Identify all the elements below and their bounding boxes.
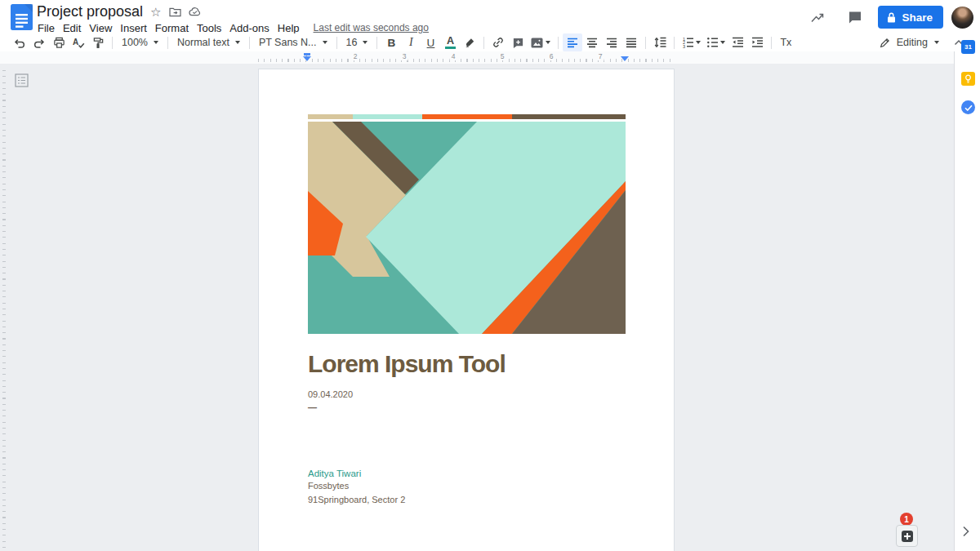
- chevron-down-icon: [934, 41, 939, 44]
- highlight-color-button[interactable]: [460, 33, 479, 51]
- cloud-status-icon[interactable]: [189, 7, 202, 16]
- document-page[interactable]: Lorem Ipsum Tool 09.04.2020 — Aditya Tiw…: [258, 69, 675, 551]
- text-color-button[interactable]: A: [440, 33, 460, 51]
- text-color-swatch: [445, 47, 456, 49]
- extension-button[interactable]: [896, 525, 918, 547]
- menu-view[interactable]: View: [85, 22, 116, 34]
- left-indent-marker[interactable]: [303, 56, 311, 61]
- horizontal-ruler[interactable]: 1 2 3 4 5 6 7: [0, 51, 954, 64]
- text-color-letter: A: [447, 36, 454, 47]
- svg-text:3: 3: [683, 44, 685, 48]
- first-line-indent-marker[interactable]: [304, 53, 310, 56]
- toolbar-divider: [249, 37, 250, 49]
- decrease-indent-button[interactable]: [728, 33, 747, 51]
- chevron-down-icon: [696, 41, 701, 44]
- bold-button[interactable]: B: [381, 33, 401, 51]
- toolbar-divider: [558, 37, 559, 49]
- pencil-icon: [880, 38, 890, 48]
- italic-button[interactable]: I: [401, 33, 421, 51]
- toolbar-divider: [483, 37, 484, 49]
- cover-image[interactable]: [308, 122, 626, 334]
- doc-author[interactable]: Aditya Tiwari: [308, 469, 361, 478]
- ruler-number: 7: [597, 52, 604, 60]
- side-panel: 31: [954, 51, 980, 551]
- show-side-panel-button[interactable]: [962, 526, 969, 540]
- insert-image-button[interactable]: [528, 33, 554, 51]
- toolbar-divider: [376, 37, 377, 49]
- toolbar-divider: [771, 37, 772, 49]
- activity-dashboard-icon[interactable]: [803, 7, 832, 28]
- font-dropdown[interactable]: PT Sans N...: [254, 33, 332, 51]
- doc-dash[interactable]: —: [308, 402, 317, 412]
- share-button[interactable]: Share: [878, 6, 943, 29]
- vertical-ruler[interactable]: [2, 70, 6, 551]
- spellcheck-button[interactable]: A: [69, 33, 88, 51]
- menu-format[interactable]: Format: [151, 22, 193, 34]
- font-size-value: 16: [346, 37, 358, 48]
- chevron-down-icon: [720, 41, 725, 44]
- toolbar-divider: [112, 37, 113, 49]
- underline-button[interactable]: U: [421, 33, 440, 51]
- notification-badge[interactable]: 1: [900, 513, 913, 526]
- toolbar-divider: [167, 37, 168, 49]
- add-comment-button[interactable]: [508, 33, 528, 51]
- redo-button[interactable]: [29, 33, 49, 51]
- menu-insert[interactable]: Insert: [116, 22, 151, 34]
- document-title[interactable]: Project proposal: [37, 3, 143, 20]
- menu-tools[interactable]: Tools: [193, 22, 225, 34]
- clear-formatting-button[interactable]: Tx: [776, 33, 795, 51]
- calendar-icon[interactable]: 31: [961, 40, 975, 54]
- ruler-number: 2: [352, 52, 359, 60]
- move-folder-icon[interactable]: [169, 7, 181, 17]
- mode-label: Editing: [897, 37, 928, 48]
- chevron-down-icon: [154, 41, 158, 44]
- plus-icon: [902, 531, 913, 542]
- doc-heading[interactable]: Lorem Ipsum Tool: [308, 350, 506, 378]
- chevron-down-icon: [323, 41, 327, 44]
- doc-address[interactable]: 91Springboard, Sector 2: [308, 495, 405, 504]
- chevron-down-icon: [546, 41, 550, 44]
- menu-file[interactable]: File: [37, 22, 59, 34]
- stripe-brown: [512, 114, 626, 119]
- line-spacing-button[interactable]: [650, 33, 670, 51]
- paragraph-style-dropdown[interactable]: Normal text: [172, 33, 245, 51]
- print-button[interactable]: [49, 33, 69, 51]
- font-size-dropdown[interactable]: 16: [341, 33, 373, 51]
- toolbar-divider: [674, 37, 675, 49]
- stripe-tan: [308, 114, 353, 119]
- align-justify-button[interactable]: [621, 33, 641, 51]
- tasks-icon[interactable]: [961, 100, 975, 114]
- star-icon[interactable]: ☆: [150, 6, 161, 18]
- insert-link-button[interactable]: [488, 33, 508, 51]
- menu-addons[interactable]: Add-ons: [225, 22, 273, 34]
- toolbar-divider: [336, 37, 337, 49]
- ruler-number: 4: [450, 52, 457, 60]
- stripe-orange: [422, 114, 512, 119]
- docs-logo-icon[interactable]: [11, 4, 33, 30]
- avatar[interactable]: [951, 7, 973, 29]
- bulleted-list-button[interactable]: [703, 33, 728, 51]
- color-stripe-image[interactable]: [308, 108, 626, 113]
- align-center-button[interactable]: [582, 33, 602, 51]
- increase-indent-button[interactable]: [747, 33, 767, 51]
- doc-date[interactable]: 09.04.2020: [308, 389, 353, 399]
- document-outline-button[interactable]: [15, 73, 29, 87]
- align-left-button[interactable]: [563, 33, 582, 51]
- numbered-list-button[interactable]: 123: [679, 33, 703, 51]
- svg-text:A: A: [73, 38, 78, 47]
- keep-icon[interactable]: [961, 72, 975, 86]
- ruler-number: 5: [499, 52, 506, 60]
- last-edit-link[interactable]: Last edit was seconds ago: [314, 22, 429, 33]
- align-right-button[interactable]: [602, 33, 621, 51]
- doc-company[interactable]: Fossbytes: [308, 481, 349, 491]
- document-canvas: Lorem Ipsum Tool 09.04.2020 — Aditya Tiw…: [0, 64, 954, 551]
- toolbar-divider: [645, 37, 646, 49]
- menu-edit[interactable]: Edit: [59, 22, 85, 34]
- right-indent-marker[interactable]: [621, 56, 629, 61]
- menu-help[interactable]: Help: [274, 22, 304, 34]
- undo-button[interactable]: [10, 33, 29, 51]
- zoom-dropdown[interactable]: 100%: [117, 33, 163, 51]
- comments-icon[interactable]: [840, 7, 870, 28]
- paint-format-button[interactable]: [88, 33, 108, 51]
- editing-mode-dropdown[interactable]: Editing: [873, 33, 946, 51]
